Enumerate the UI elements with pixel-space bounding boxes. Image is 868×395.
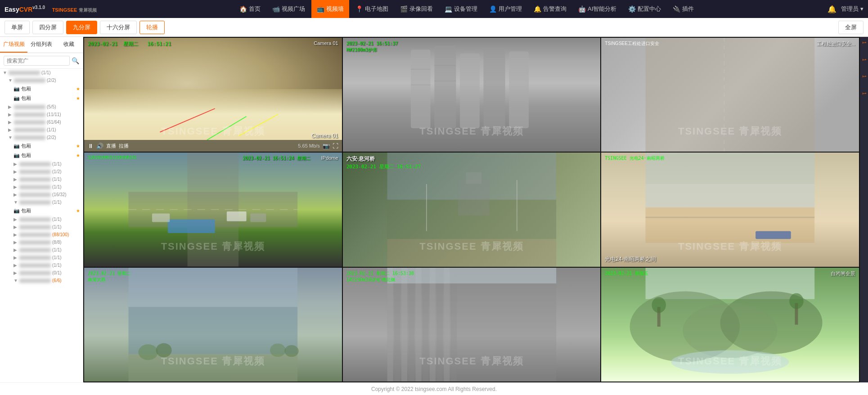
user-menu[interactable]: 管理员 ▾ — [841, 5, 864, 13]
search-input[interactable] — [4, 56, 70, 66]
cam8-info: 2023-02-21 星期二 16:53:381#2190m3高炉矿槽北侧 — [346, 270, 414, 283]
camera-4[interactable]: 32010200031316900292 2023-02-21 16:51:24… — [84, 153, 342, 266]
tree-item[interactable]: ▶ (11/11) — [0, 111, 83, 118]
camera-9[interactable]: 2023-02-21 星期五 自闭闸全景 TSINGSEE 青犀视频 — [601, 268, 859, 382]
tree-item[interactable]: ▶ (0/1) — [0, 269, 83, 277]
tree-item[interactable]: ▼ (6/6) — [0, 277, 83, 284]
tree-item[interactable]: ▶ (61/64) — [0, 118, 83, 126]
tree-arrow: ▶ — [13, 247, 18, 252]
camera-7[interactable]: 2023-02-21 星期二南湖大桥 TSINGSEE 青犀视频 — [84, 268, 342, 382]
sub-toolbar: 单屏 四分屏 九分屏 十六分屏 轮播 全屏 — [0, 18, 868, 37]
play-btn[interactable]: ⏸ — [88, 143, 94, 149]
nav-alarm[interactable]: 🔔 告警查询 — [528, 0, 572, 18]
nav-map[interactable]: 📍 电子地图 — [350, 0, 394, 18]
nav-home-label: 首页 — [249, 5, 261, 13]
nav-device-label: 设备管理 — [454, 5, 477, 13]
cam6-bottom: 光电24-南昭两桥之间 — [605, 256, 656, 263]
cam5-timestamp: 2023-02-21 星期二 16:51:27 — [346, 163, 421, 170]
tree-item[interactable]: ▶ (1/1) — [0, 126, 83, 134]
camera-1[interactable]: 2023-02-21 星期二 16:51:21 Camera 01 TSINGS… — [84, 38, 342, 152]
tree-label: 包厢 — [21, 85, 75, 92]
nav-plugin[interactable]: 🔌 插件 — [667, 0, 699, 18]
tree-item[interactable]: ▶ (1/1) — [0, 183, 83, 191]
tree-item[interactable]: 📷 包厢 ★ — [0, 141, 83, 151]
tree-item[interactable]: ▼ (2/2) — [0, 134, 83, 141]
tree-item[interactable]: 📷 包厢 ★ — [0, 94, 83, 103]
cam7-info: 2023-02-21 星期二南湖大桥 — [88, 270, 131, 283]
app-logo: EasyCVRv3.1.0 TSINGSEE 青犀视频 — [4, 5, 97, 13]
ai-icon: 🤖 — [578, 5, 586, 13]
favorite-star[interactable]: ★ — [76, 153, 80, 158]
camera-5[interactable]: 六安·息河桥 2023-02-21 星期二 16:51:27 TSINGSEE … — [343, 153, 601, 266]
main-layout: 广场视频 分组列表 收藏 🔍 ▼ (1/1) ▼ (2/2) 📷 包厢 — [0, 37, 868, 382]
tree-item[interactable]: ▶ (16/32) — [0, 191, 83, 198]
nav-plaza[interactable]: 📹 视频广场 — [267, 0, 310, 18]
tree-item[interactable]: ▼ (1/1) — [0, 198, 83, 206]
tree-item[interactable]: ▼ (1/1) — [0, 69, 83, 76]
tab-single[interactable]: 单屏 — [4, 21, 30, 34]
camera-icon: 📷 — [13, 95, 20, 101]
tree-arrow: ▼ — [8, 78, 13, 83]
tree-arrow: ▶ — [8, 120, 13, 125]
sidebar-tab-plaza[interactable]: 广场视频 — [0, 37, 27, 53]
favorite-star[interactable]: ★ — [76, 144, 80, 148]
favorite-star[interactable]: ★ — [76, 208, 80, 213]
tree-item[interactable]: 📷 包厢 ★ — [0, 151, 83, 160]
nav-ai[interactable]: 🤖 AI智能分析 — [573, 0, 622, 18]
volume-btn[interactable]: 🔊 — [96, 143, 103, 149]
screenshot-btn[interactable]: 📷 — [323, 143, 330, 149]
tree-item[interactable]: ▶ (1/1) — [0, 160, 83, 168]
tab-tour[interactable]: 轮播 — [139, 21, 165, 34]
camera-6[interactable]: TSINGSEE 光电24·南昭两桥 TSINGSEE 青犀视频 光电24-南昭… — [601, 153, 859, 266]
nav-playback[interactable]: 🎬 录像回看 — [395, 0, 438, 18]
tree-item[interactable]: ▶ (1/1) — [0, 215, 83, 223]
tab-sixteen[interactable]: 十六分屏 — [100, 21, 137, 34]
tree-label: 包厢 — [21, 207, 75, 214]
tree-item[interactable]: 📷 包厢 ★ — [0, 84, 83, 94]
tree-item[interactable]: 📷 包厢 ★ — [0, 206, 83, 215]
tree-item[interactable]: ▶ (1/1) — [0, 261, 83, 269]
tree-item[interactable]: ▶ (88/100) — [0, 231, 83, 238]
tree-arrow: ▼ — [13, 200, 18, 205]
search-icon[interactable]: 🔍 — [72, 57, 79, 64]
cam1-timestamp: 2023-02-21 星期二 16:51:21 — [88, 40, 171, 47]
camera-icon: 📷 — [13, 86, 20, 92]
favorite-star[interactable]: ★ — [76, 86, 80, 91]
sidebar-tabs: 广场视频 分组列表 收藏 — [0, 37, 83, 53]
tree-label — [19, 193, 51, 197]
tree-label: 包厢 — [21, 143, 75, 149]
nav-wall[interactable]: 📺 视频墙 — [311, 0, 349, 18]
tree-label — [19, 240, 51, 245]
tree-item[interactable]: ▶ (8/8) — [0, 238, 83, 246]
pull-label: 拉播 — [119, 143, 129, 149]
brand-name: TSINGSEE — [52, 7, 77, 12]
nav-home[interactable]: 🏠 首页 — [234, 0, 266, 18]
fullscreen-button[interactable]: 全屏 — [838, 21, 864, 34]
cam1-controls: ⏸ 🔊 直播 拉播 5.65 Mb/s 📷 ⛶ — [84, 140, 342, 152]
nav-user[interactable]: 👤 用户管理 — [484, 0, 527, 18]
nav-config[interactable]: ⚙️ 配置中心 — [623, 0, 666, 18]
tree-item[interactable]: ▶ (5/5) — [0, 103, 83, 111]
camera-2[interactable]: 2023-02-21 16:51:37H#2100m3炉库 TSINGSEE 青… — [343, 38, 601, 152]
tree-item[interactable]: ▶ (1/1) — [0, 246, 83, 254]
tree-item[interactable]: ▶ (1/2) — [0, 168, 83, 175]
camera-8[interactable]: 2023-02-21 星期二 16:53:381#2190m3高炉矿槽北侧 TS… — [343, 268, 601, 382]
camera-3[interactable]: 工程处进口安全... TSINGSEE工程处进口安全 TSINGSEE 青犀视频 — [601, 38, 859, 152]
favorite-star[interactable]: ★ — [76, 96, 80, 101]
tab-nine[interactable]: 九分屏 — [66, 21, 97, 34]
cam1-title: Camera 01 — [314, 40, 338, 46]
sidebar-tab-group[interactable]: 分组列表 — [27, 37, 55, 53]
fullscreen-cam-btn[interactable]: ⛶ — [333, 143, 338, 149]
sidebar-tab-favorite[interactable]: 收藏 — [55, 37, 83, 53]
notification-bell[interactable]: 🔔 — [828, 5, 837, 13]
nav-device[interactable]: 💻 设备管理 — [439, 0, 483, 18]
tree-label: 包厢 — [21, 95, 75, 102]
tree-item[interactable]: ▶ (1/1) — [0, 223, 83, 231]
tab-four[interactable]: 四分屏 — [32, 21, 63, 34]
nav-map-label: 电子地图 — [365, 5, 388, 13]
tree-item[interactable]: ▶ (1/1) — [0, 175, 83, 183]
nav-user-label: 用户管理 — [499, 5, 522, 13]
tree-count: (1/1) — [52, 224, 62, 229]
tree-item[interactable]: ▼ (2/2) — [0, 76, 83, 84]
tree-item[interactable]: ▶ (1/1) — [0, 254, 83, 261]
